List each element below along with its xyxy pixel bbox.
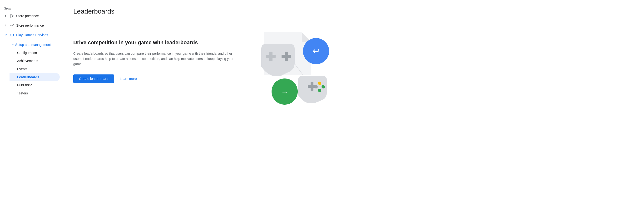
svg-rect-8 (285, 52, 288, 61)
svg-text:→: → (281, 87, 288, 96)
sidebar-sub-item-configuration[interactable]: Configuration (10, 49, 60, 57)
events-label: Events (17, 67, 27, 71)
grow-section-label: Grow (0, 5, 62, 11)
svg-point-16 (322, 85, 325, 88)
publishing-label: Publishing (17, 83, 32, 87)
svg-marker-0 (11, 14, 14, 17)
content-area: Drive competition in your game with lead… (73, 30, 632, 111)
sidebar-item-store-presence[interactable]: Store presence (0, 11, 60, 21)
chevron-down-icon-sub (12, 42, 14, 47)
gamepad-icon (10, 32, 14, 37)
chevron-right-icon (4, 14, 8, 18)
actions-row: Create leaderboard Learn more (73, 74, 235, 83)
svg-point-18 (314, 85, 318, 88)
sidebar-sub-item-publishing[interactable]: Publishing (10, 81, 60, 89)
sidebar-item-label: Store performance (16, 23, 44, 27)
sidebar-item-label: Play Games Services (16, 33, 48, 37)
sidebar-sub-item-achievements[interactable]: Achievements (10, 57, 60, 65)
achievements-label: Achievements (17, 59, 38, 63)
play-icon (10, 13, 14, 18)
svg-point-17 (318, 89, 321, 92)
sidebar-item-store-performance[interactable]: Store performance (0, 21, 60, 30)
sidebar-sub-item-testers[interactable]: Testers (10, 89, 60, 97)
sidebar-item-label: Store presence (16, 14, 39, 18)
sidebar-item-play-games-services[interactable]: Play Games Services (0, 30, 60, 40)
main-content: Leaderboards Drive competition in your g… (62, 0, 644, 215)
svg-rect-6 (269, 52, 272, 61)
leaderboards-label: Leaderboards (17, 75, 39, 79)
svg-point-15 (318, 82, 321, 85)
promo-title: Drive competition in your game with lead… (73, 39, 235, 46)
learn-more-link[interactable]: Learn more (120, 77, 137, 81)
configuration-label: Configuration (17, 51, 37, 55)
svg-point-4 (12, 35, 13, 35)
chevron-right-icon (4, 23, 8, 27)
sidebar-sub-item-events[interactable]: Events (10, 65, 60, 73)
promo-desc: Create leaderboards so that users can co… (73, 51, 235, 67)
svg-text:↩: ↩ (312, 46, 320, 56)
sidebar-sub-item-leaderboards[interactable]: Leaderboards (10, 73, 60, 81)
testers-label: Testers (17, 91, 28, 95)
controller-svg: ↩ → (245, 25, 335, 115)
divider (73, 20, 632, 20)
create-leaderboard-button[interactable]: Create leaderboard (73, 74, 114, 83)
svg-rect-1 (10, 34, 14, 36)
chevron-down-icon (4, 33, 8, 37)
illustration-area: ↩ → (250, 30, 326, 111)
page-title: Leaderboards (73, 7, 632, 15)
sidebar: Grow Store presence Store performa (0, 0, 62, 215)
svg-rect-14 (310, 82, 314, 91)
setup-management-header[interactable]: Setup and management (10, 41, 62, 49)
text-section: Drive competition in your game with lead… (73, 30, 235, 83)
setup-management-label: Setup and management (15, 43, 51, 47)
trending-icon (10, 23, 14, 28)
